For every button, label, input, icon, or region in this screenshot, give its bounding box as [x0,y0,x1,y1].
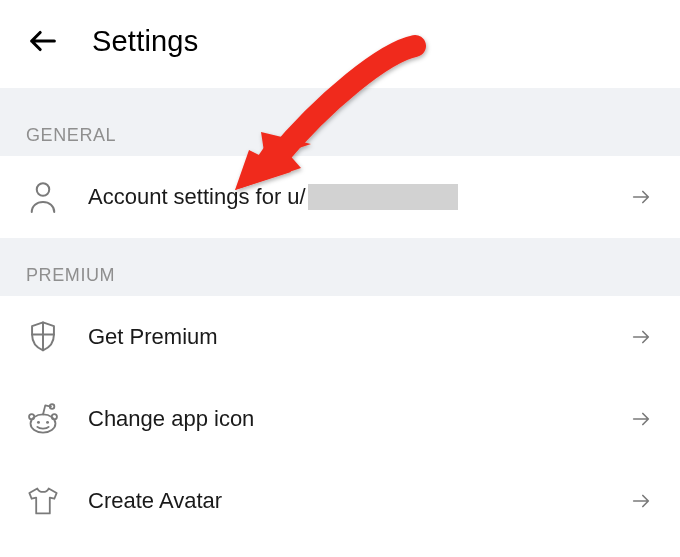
svg-point-3 [52,414,57,419]
item-label: Change app icon [88,406,628,432]
chevron-right-icon [628,186,654,208]
section-header-premium: PREMIUM [0,238,680,296]
item-label: Get Premium [88,324,628,350]
shield-icon [26,320,60,354]
chevron-right-icon [628,408,654,430]
chevron-right-icon [628,490,654,512]
svg-point-4 [50,404,55,409]
item-label-text: Account settings for u/ [88,184,306,210]
settings-screen: Settings GENERAL Account settings for u/… [0,0,680,557]
chevron-right-icon [628,326,654,348]
back-arrow-icon [26,24,60,58]
back-button[interactable] [26,21,66,61]
reddit-icon [26,403,60,435]
item-create-avatar[interactable]: Create Avatar [0,460,680,542]
item-label: Account settings for u/ [88,184,628,210]
svg-point-6 [46,421,49,424]
person-icon [26,180,60,214]
section-header-label: PREMIUM [26,265,115,286]
item-account-settings[interactable]: Account settings for u/ [0,156,680,238]
item-get-premium[interactable]: Get Premium [0,296,680,378]
svg-point-2 [29,414,34,419]
svg-point-5 [37,421,40,424]
item-change-app-icon[interactable]: Change app icon [0,378,680,460]
section-header-general: GENERAL [0,88,680,156]
page-title: Settings [92,25,198,58]
header: Settings [0,0,680,88]
svg-point-0 [37,183,50,196]
item-label: Create Avatar [88,488,628,514]
shirt-icon [26,485,60,517]
section-header-label: GENERAL [26,125,116,146]
redacted-username [308,184,458,210]
